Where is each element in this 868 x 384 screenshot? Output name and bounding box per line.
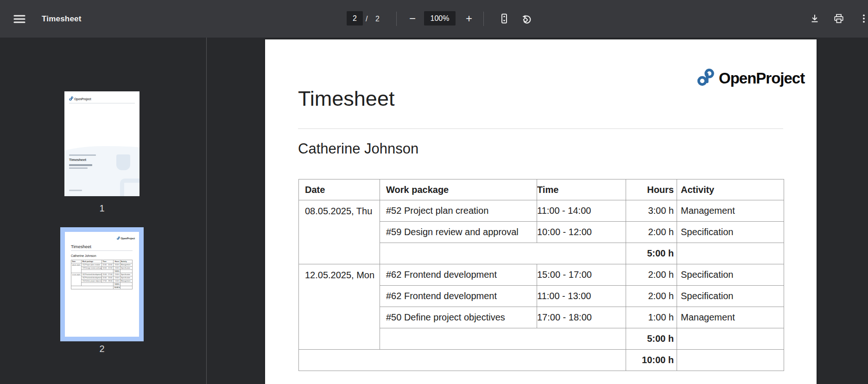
cell-activity: Specification [120,273,133,276]
cell-empty [82,283,114,286]
column-header: Date [299,179,380,200]
cell-hours: 2:00 h [626,286,677,307]
cell-time: 10:00 - 12:00 [102,267,114,270]
cell-time: 15:00 - 17:00 [102,273,114,276]
print-icon [834,13,844,24]
mini-table-container: DateWork packageTimeHoursActivity08.05.2… [71,260,133,289]
cell-total: 10:00 h [114,286,120,289]
thumbnail-sidebar: OpenProject Timesheet 1 OpenProject Time… [0,38,206,384]
thumbnail-label-2: 2 [64,344,139,354]
fit-to-page-button[interactable] [494,8,514,29]
cell-time: 11:00 - 14:00 [537,200,626,222]
column-header: Work package [82,260,102,263]
cover-decoration [116,154,130,170]
cell-empty [120,270,133,273]
cell-activity: Specification [677,286,784,307]
zoom-out-button[interactable]: − [404,10,421,27]
cell-time: 11:00 - 13:00 [537,286,626,307]
entry-row: 08.05.2025, Thu#52 Project plan creation… [299,200,784,222]
cell-activity: Specification [120,276,133,280]
openproject-glyph-icon [69,96,73,101]
toolbar-divider [396,12,397,26]
cell-empty [71,286,114,289]
cell-empty [82,270,114,273]
cell-empty [380,243,626,264]
cell-empty [120,283,133,286]
menu-icon [13,14,25,24]
cell-date: 08.05.2025, Thu [71,263,82,273]
cell-work-package: #62 Frontend development [82,273,102,276]
entry-row: 08.05.2025, Thu#52 Project plan creation… [71,263,133,267]
cell-activity: Management [677,307,784,328]
cell-activity: Specification [677,264,784,286]
more-options-button[interactable] [854,8,868,29]
openproject-glyph-icon [697,68,714,88]
cell-empty [677,350,784,371]
cell-work-package: #62 Frontend development [82,276,102,280]
total-row: 10:00 h [71,286,133,289]
cell-hours: 3:00 h [114,263,120,267]
cell-group-sum: 5:00 h [626,328,677,350]
cell-work-package: #52 Project plan creation [82,263,102,267]
zoom-level: 100% [424,11,456,26]
print-button[interactable] [829,8,849,29]
toolbar-divider [483,12,484,26]
entry-row: 12.05.2025, Mon#62 Frontend development1… [299,264,784,286]
cell-group-sum: 5:00 h [114,283,120,286]
cell-date: 08.05.2025, Thu [299,200,380,264]
brand-wordmark: OpenProject [719,70,805,87]
cover-decoration [120,179,139,196]
zoom-in-button[interactable]: + [461,10,477,27]
openproject-glyph-icon [117,237,120,240]
column-header: Activity [120,260,133,263]
cell-hours: 2:00 h [114,276,120,280]
openproject-logo-mini: OpenProject [69,96,91,101]
timesheet-table-container: DateWork packageTimeHoursActivity08.05.2… [298,179,784,371]
mini-timesheet-table: DateWork packageTimeHoursActivity08.05.2… [71,260,133,289]
cell-hours: 1:00 h [114,280,120,283]
fit-page-icon [499,13,510,24]
page-number-input[interactable] [347,11,363,26]
column-header: Time [537,179,626,200]
cell-work-package: #62 Frontend development [380,286,537,307]
column-header: Date [71,260,82,263]
person-name: Catherine Johnson [298,141,418,157]
cell-activity: Specification [120,267,133,270]
cell-hours: 2:00 h [626,264,677,286]
pdf-viewer-area[interactable]: OpenProject Timesheet Catherine Johnson … [207,38,868,384]
pdf-toolbar: Timesheet / 2 − 100% + [0,0,868,38]
cell-empty [299,350,626,371]
cell-time: 10:00 - 12:00 [537,222,626,243]
download-icon [810,13,820,24]
cell-empty [380,328,626,350]
column-header: Activity [677,179,784,200]
cell-time: 11:00 - 13:00 [102,276,114,280]
cell-time: 11:00 - 14:00 [102,263,114,267]
cell-date: 12.05.2025, Mon [299,264,380,350]
cell-activity: Specification [677,222,784,243]
openproject-logo-mini: OpenProject [117,237,135,240]
rotate-button[interactable] [516,8,537,29]
download-button[interactable] [805,8,825,29]
document-page-2: OpenProject Timesheet Catherine Johnson … [265,39,817,384]
cell-hours: 3:00 h [626,200,677,222]
cell-activity: Management [120,280,133,283]
cell-empty [120,286,133,289]
more-vertical-icon [859,13,868,24]
cell-work-package: #62 Frontend development [380,264,537,286]
menu-button[interactable] [9,9,30,29]
cell-work-package: #50 Define project objectives [82,280,102,283]
thumbnail-page-2-selected[interactable]: OpenProject Timesheet Catherine Johnson … [60,227,144,341]
column-header: Hours [114,260,120,263]
cell-hours: 2:00 h [114,267,120,270]
title-divider [298,128,783,129]
cover-title: Timesheet [69,158,86,162]
column-header: Hours [626,179,677,200]
entry-row: 12.05.2025, Mon#62 Frontend development1… [71,273,133,276]
timesheet-table: DateWork packageTimeHoursActivity08.05.2… [298,179,784,371]
cell-time: 15:00 - 17:00 [537,264,626,286]
total-row: 10:00 h [299,350,784,371]
cell-time: 17:00 - 18:00 [102,280,114,283]
cell-total: 10:00 h [626,350,677,371]
thumbnail-page-1[interactable]: OpenProject Timesheet [64,91,139,196]
